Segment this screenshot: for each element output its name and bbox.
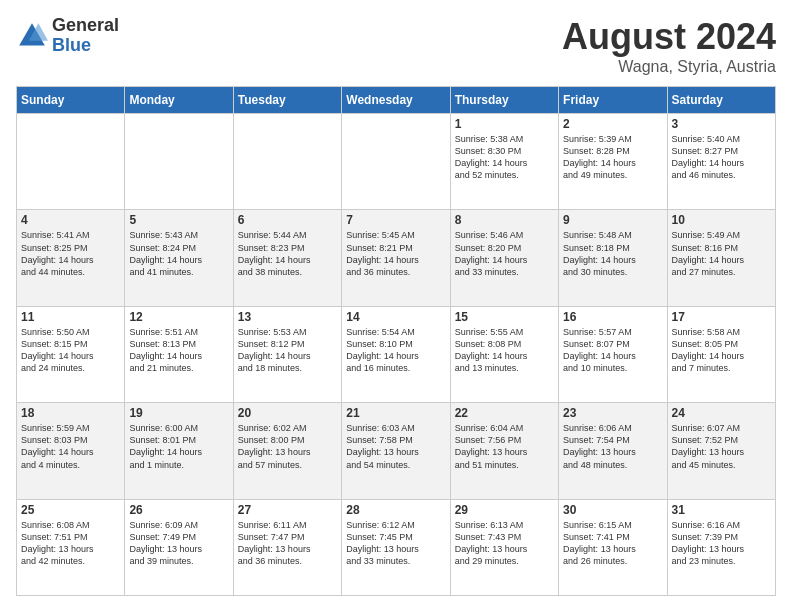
day-cell: 6Sunrise: 5:44 AM Sunset: 8:23 PM Daylig… [233,210,341,306]
day-number: 17 [672,310,771,324]
day-cell: 23Sunrise: 6:06 AM Sunset: 7:54 PM Dayli… [559,403,667,499]
day-cell: 9Sunrise: 5:48 AM Sunset: 8:18 PM Daylig… [559,210,667,306]
day-number: 8 [455,213,554,227]
day-info: Sunrise: 5:40 AM Sunset: 8:27 PM Dayligh… [672,133,771,182]
day-cell: 4Sunrise: 5:41 AM Sunset: 8:25 PM Daylig… [17,210,125,306]
day-number: 10 [672,213,771,227]
day-number: 4 [21,213,120,227]
day-cell: 17Sunrise: 5:58 AM Sunset: 8:05 PM Dayli… [667,306,775,402]
col-friday: Friday [559,87,667,114]
day-info: Sunrise: 6:11 AM Sunset: 7:47 PM Dayligh… [238,519,337,568]
day-number: 13 [238,310,337,324]
day-info: Sunrise: 6:09 AM Sunset: 7:49 PM Dayligh… [129,519,228,568]
day-cell: 25Sunrise: 6:08 AM Sunset: 7:51 PM Dayli… [17,499,125,595]
calendar-header: Sunday Monday Tuesday Wednesday Thursday… [17,87,776,114]
day-number: 16 [563,310,662,324]
day-number: 6 [238,213,337,227]
day-cell: 21Sunrise: 6:03 AM Sunset: 7:58 PM Dayli… [342,403,450,499]
day-info: Sunrise: 6:00 AM Sunset: 8:01 PM Dayligh… [129,422,228,471]
day-number: 15 [455,310,554,324]
day-info: Sunrise: 6:08 AM Sunset: 7:51 PM Dayligh… [21,519,120,568]
day-cell: 16Sunrise: 5:57 AM Sunset: 8:07 PM Dayli… [559,306,667,402]
col-thursday: Thursday [450,87,558,114]
day-cell: 28Sunrise: 6:12 AM Sunset: 7:45 PM Dayli… [342,499,450,595]
day-number: 28 [346,503,445,517]
day-info: Sunrise: 6:04 AM Sunset: 7:56 PM Dayligh… [455,422,554,471]
calendar-body: 1Sunrise: 5:38 AM Sunset: 8:30 PM Daylig… [17,114,776,596]
day-info: Sunrise: 6:02 AM Sunset: 8:00 PM Dayligh… [238,422,337,471]
day-info: Sunrise: 5:43 AM Sunset: 8:24 PM Dayligh… [129,229,228,278]
col-tuesday: Tuesday [233,87,341,114]
day-number: 27 [238,503,337,517]
logo-blue-text: Blue [52,36,119,56]
day-info: Sunrise: 5:38 AM Sunset: 8:30 PM Dayligh… [455,133,554,182]
day-cell: 14Sunrise: 5:54 AM Sunset: 8:10 PM Dayli… [342,306,450,402]
week-row-3: 11Sunrise: 5:50 AM Sunset: 8:15 PM Dayli… [17,306,776,402]
day-number: 14 [346,310,445,324]
day-info: Sunrise: 5:53 AM Sunset: 8:12 PM Dayligh… [238,326,337,375]
logo-text: General Blue [52,16,119,56]
day-info: Sunrise: 5:45 AM Sunset: 8:21 PM Dayligh… [346,229,445,278]
day-info: Sunrise: 5:49 AM Sunset: 8:16 PM Dayligh… [672,229,771,278]
day-number: 29 [455,503,554,517]
day-number: 21 [346,406,445,420]
day-info: Sunrise: 5:39 AM Sunset: 8:28 PM Dayligh… [563,133,662,182]
day-number: 9 [563,213,662,227]
day-info: Sunrise: 5:57 AM Sunset: 8:07 PM Dayligh… [563,326,662,375]
week-row-4: 18Sunrise: 5:59 AM Sunset: 8:03 PM Dayli… [17,403,776,499]
day-cell: 5Sunrise: 5:43 AM Sunset: 8:24 PM Daylig… [125,210,233,306]
day-number: 19 [129,406,228,420]
page: General Blue August 2024 Wagna, Styria, … [0,0,792,612]
day-cell [342,114,450,210]
day-info: Sunrise: 6:16 AM Sunset: 7:39 PM Dayligh… [672,519,771,568]
col-sunday: Sunday [17,87,125,114]
week-row-5: 25Sunrise: 6:08 AM Sunset: 7:51 PM Dayli… [17,499,776,595]
day-cell [17,114,125,210]
logo-general-text: General [52,16,119,36]
day-info: Sunrise: 5:55 AM Sunset: 8:08 PM Dayligh… [455,326,554,375]
week-row-2: 4Sunrise: 5:41 AM Sunset: 8:25 PM Daylig… [17,210,776,306]
day-cell: 10Sunrise: 5:49 AM Sunset: 8:16 PM Dayli… [667,210,775,306]
day-info: Sunrise: 5:58 AM Sunset: 8:05 PM Dayligh… [672,326,771,375]
day-cell: 22Sunrise: 6:04 AM Sunset: 7:56 PM Dayli… [450,403,558,499]
day-info: Sunrise: 5:48 AM Sunset: 8:18 PM Dayligh… [563,229,662,278]
day-info: Sunrise: 5:59 AM Sunset: 8:03 PM Dayligh… [21,422,120,471]
day-cell: 7Sunrise: 5:45 AM Sunset: 8:21 PM Daylig… [342,210,450,306]
day-info: Sunrise: 6:03 AM Sunset: 7:58 PM Dayligh… [346,422,445,471]
day-info: Sunrise: 5:46 AM Sunset: 8:20 PM Dayligh… [455,229,554,278]
col-wednesday: Wednesday [342,87,450,114]
day-info: Sunrise: 6:06 AM Sunset: 7:54 PM Dayligh… [563,422,662,471]
day-number: 5 [129,213,228,227]
header-row: Sunday Monday Tuesday Wednesday Thursday… [17,87,776,114]
day-info: Sunrise: 5:51 AM Sunset: 8:13 PM Dayligh… [129,326,228,375]
day-info: Sunrise: 5:41 AM Sunset: 8:25 PM Dayligh… [21,229,120,278]
day-number: 2 [563,117,662,131]
day-number: 30 [563,503,662,517]
day-number: 1 [455,117,554,131]
day-info: Sunrise: 6:12 AM Sunset: 7:45 PM Dayligh… [346,519,445,568]
day-cell: 12Sunrise: 5:51 AM Sunset: 8:13 PM Dayli… [125,306,233,402]
day-number: 31 [672,503,771,517]
logo: General Blue [16,16,119,56]
day-cell: 29Sunrise: 6:13 AM Sunset: 7:43 PM Dayli… [450,499,558,595]
day-cell: 31Sunrise: 6:16 AM Sunset: 7:39 PM Dayli… [667,499,775,595]
day-cell: 8Sunrise: 5:46 AM Sunset: 8:20 PM Daylig… [450,210,558,306]
day-number: 23 [563,406,662,420]
day-cell: 1Sunrise: 5:38 AM Sunset: 8:30 PM Daylig… [450,114,558,210]
day-cell: 20Sunrise: 6:02 AM Sunset: 8:00 PM Dayli… [233,403,341,499]
location: Wagna, Styria, Austria [562,58,776,76]
month-title: August 2024 [562,16,776,58]
day-number: 22 [455,406,554,420]
title-block: August 2024 Wagna, Styria, Austria [562,16,776,76]
day-info: Sunrise: 5:50 AM Sunset: 8:15 PM Dayligh… [21,326,120,375]
day-cell: 19Sunrise: 6:00 AM Sunset: 8:01 PM Dayli… [125,403,233,499]
day-cell: 24Sunrise: 6:07 AM Sunset: 7:52 PM Dayli… [667,403,775,499]
day-number: 24 [672,406,771,420]
day-number: 11 [21,310,120,324]
day-info: Sunrise: 6:07 AM Sunset: 7:52 PM Dayligh… [672,422,771,471]
day-cell: 26Sunrise: 6:09 AM Sunset: 7:49 PM Dayli… [125,499,233,595]
day-cell: 13Sunrise: 5:53 AM Sunset: 8:12 PM Dayli… [233,306,341,402]
day-number: 7 [346,213,445,227]
day-info: Sunrise: 6:13 AM Sunset: 7:43 PM Dayligh… [455,519,554,568]
logo-icon [16,20,48,52]
